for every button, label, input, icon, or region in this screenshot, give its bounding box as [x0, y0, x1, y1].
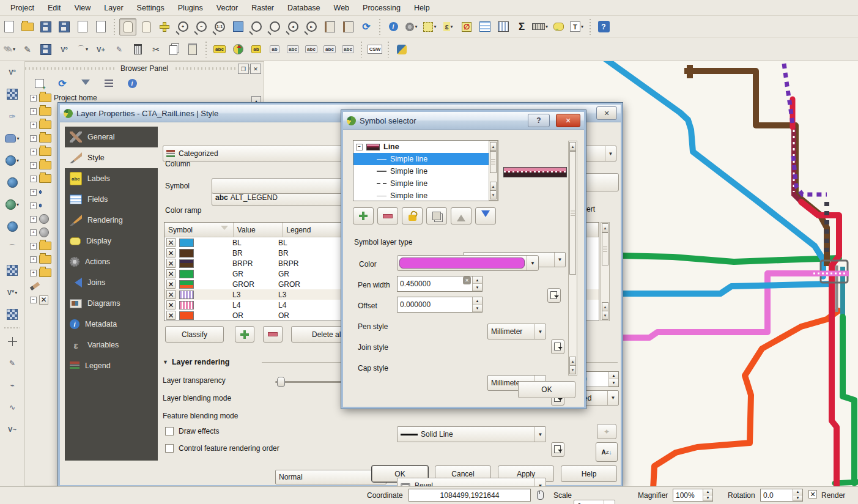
- category-checkbox[interactable]: ✕: [166, 269, 176, 278]
- filter-browser-button[interactable]: [77, 75, 94, 92]
- map-crosshair-button[interactable]: [4, 333, 21, 350]
- category-checkbox[interactable]: ✕: [166, 248, 176, 258]
- sidebar-item-fields[interactable]: Fields: [65, 189, 158, 210]
- python-console-button[interactable]: [393, 41, 410, 58]
- pen-style-combo[interactable]: Solid Line▼: [397, 426, 546, 442]
- new-shapefile-layer-button[interactable]: V*▾: [4, 284, 21, 301]
- expander-icon[interactable]: +: [30, 202, 37, 209]
- expander-icon[interactable]: +: [30, 135, 37, 142]
- layer-rendering-header[interactable]: ▼ Layer rendering: [163, 358, 229, 366]
- collapse-all-button[interactable]: [100, 75, 117, 92]
- zoom-to-selection-button[interactable]: [266, 18, 283, 35]
- symbol-selector-ok-button[interactable]: OK: [518, 381, 575, 398]
- sidebar-item-actions[interactable]: Actions: [65, 251, 158, 272]
- category-checkbox[interactable]: ✕: [166, 311, 176, 320]
- browser-properties-button[interactable]: i: [124, 75, 141, 92]
- menu-help[interactable]: Help: [407, 2, 437, 14]
- move-feature-button[interactable]: V+: [92, 41, 109, 58]
- add-mssql-layer-button[interactable]: [4, 174, 21, 191]
- tree-scrollbar[interactable]: ▲ ▲ ▼: [489, 141, 498, 201]
- browser-panel-float-button[interactable]: ❐: [238, 64, 249, 74]
- offset-spinbox[interactable]: 0.000000 ▲▼: [397, 297, 483, 313]
- layer-properties-close-button[interactable]: ✕: [596, 106, 617, 120]
- pan-to-selection-button[interactable]: [156, 18, 173, 35]
- help-button[interactable]: Help: [561, 465, 617, 482]
- measure-button[interactable]: ▾: [531, 18, 549, 35]
- symbol-layer-item-3[interactable]: Simple line: [353, 190, 498, 201]
- expander-icon[interactable]: +: [30, 176, 37, 182]
- menu-view[interactable]: View: [67, 2, 97, 14]
- copy-features-button[interactable]: [166, 41, 183, 58]
- menu-project[interactable]: Project: [4, 2, 41, 14]
- expander-icon[interactable]: −: [30, 297, 37, 303]
- column-header-value[interactable]: Value: [234, 223, 283, 237]
- layer-labeling-button[interactable]: abc: [211, 41, 228, 58]
- symbol-selector-titlebar[interactable]: Symbol selector ? ✕: [343, 112, 584, 130]
- layer-diagram-button[interactable]: [229, 41, 246, 58]
- menu-web[interactable]: Web: [327, 2, 356, 14]
- expander-icon[interactable]: +: [30, 95, 37, 102]
- add-vector-layer-button[interactable]: V°: [4, 64, 21, 81]
- menu-raster[interactable]: Raster: [245, 2, 281, 14]
- paste-features-button[interactable]: [184, 41, 201, 58]
- sidebar-item-joins[interactable]: Joins: [65, 272, 158, 293]
- category-checkbox[interactable]: ✕: [166, 259, 176, 268]
- layer-visibility-checkbox[interactable]: ✕: [39, 295, 48, 305]
- sidebar-item-legend[interactable]: Legend: [65, 355, 158, 376]
- data-defined-override-button[interactable]: [547, 288, 561, 303]
- preview-scrollbar[interactable]: ▲ ▲ ▼: [568, 141, 577, 376]
- annotation-tool-button[interactable]: ✎: [4, 355, 21, 372]
- browser-panel-header[interactable]: Browser Panel ❐ ✕: [25, 62, 264, 75]
- show-hide-labels-button[interactable]: abc: [284, 41, 301, 58]
- expander-icon[interactable]: +: [30, 189, 37, 196]
- coordinate-capture-icon[interactable]: [537, 491, 544, 500]
- select-by-expression-button[interactable]: ε▾: [440, 18, 457, 35]
- remove-category-button[interactable]: [263, 326, 283, 343]
- deselect-all-button[interactable]: ∅: [458, 18, 475, 35]
- add-postgis-layers-button[interactable]: ▾: [4, 130, 21, 147]
- composer-manager-button[interactable]: [92, 18, 109, 35]
- sort-az-button[interactable]: AZ↓: [596, 442, 618, 462]
- touch-zoom-pan-button[interactable]: [119, 18, 136, 35]
- change-label-button[interactable]: abc: [339, 41, 357, 58]
- open-attribute-table-button[interactable]: [476, 18, 494, 35]
- text-annotation-button[interactable]: T▾: [568, 18, 585, 35]
- sidebar-item-variables[interactable]: εVariables: [65, 335, 158, 355]
- show-bookmarks-button[interactable]: [339, 18, 357, 35]
- clear-value-icon[interactable]: ✕: [463, 276, 471, 284]
- delete-selected-button[interactable]: [129, 41, 146, 58]
- move-label-button[interactable]: abc: [303, 41, 320, 58]
- edit-ramp-button-fragment[interactable]: [581, 173, 619, 191]
- new-temporary-layer-button[interactable]: [4, 306, 21, 323]
- sidebar-item-general[interactable]: General: [65, 127, 158, 147]
- scale-combo[interactable]: 0▼: [574, 500, 615, 504]
- symbol-tree-root[interactable]: −Line: [353, 141, 498, 153]
- data-defined-override-button[interactable]: [551, 442, 564, 457]
- add-spatialite-layer-button[interactable]: ▾: [4, 152, 21, 169]
- pen-width-unit-combo[interactable]: Millimeter▼: [487, 324, 546, 339]
- coordinate-input[interactable]: 1084499,1921644: [409, 489, 531, 502]
- pan-map-button[interactable]: [138, 18, 155, 35]
- symbol-layers-tree[interactable]: −LineSimple lineSimple lineSimple lineSi…: [353, 140, 498, 201]
- save-layer-edits-button[interactable]: [37, 41, 54, 58]
- control-rendering-order-checkbox[interactable]: [165, 444, 174, 453]
- expander-icon[interactable]: +: [30, 216, 37, 223]
- zoom-native-button[interactable]: 1:1: [211, 18, 228, 35]
- sidebar-item-diagrams[interactable]: Diagrams: [65, 293, 158, 314]
- pen-width-spinbox[interactable]: 0.450000 ✕ ▲▼: [397, 276, 483, 292]
- expander-icon[interactable]: +: [30, 256, 37, 263]
- zoom-in-button[interactable]: +: [174, 18, 191, 35]
- select-features-button[interactable]: ▾: [421, 18, 438, 35]
- transparency-slider-handle[interactable]: [277, 377, 285, 387]
- add-feature-button[interactable]: V°: [56, 41, 73, 58]
- save-project-button[interactable]: [37, 18, 54, 35]
- expander-icon[interactable]: +: [30, 149, 37, 155]
- rotation-spinbox[interactable]: 0.0 ▲▼: [760, 489, 803, 502]
- add-delimited-text-layer-button[interactable]: ✑: [4, 108, 21, 125]
- add-curve-button[interactable]: ⌒▾: [74, 41, 91, 58]
- menu-vector[interactable]: Vector: [210, 2, 245, 14]
- gps-information-button[interactable]: ⌁: [4, 377, 21, 394]
- duplicate-symbol-layer-button[interactable]: [426, 207, 447, 224]
- menu-settings[interactable]: Settings: [130, 2, 171, 14]
- classify-button[interactable]: Classify: [165, 326, 224, 343]
